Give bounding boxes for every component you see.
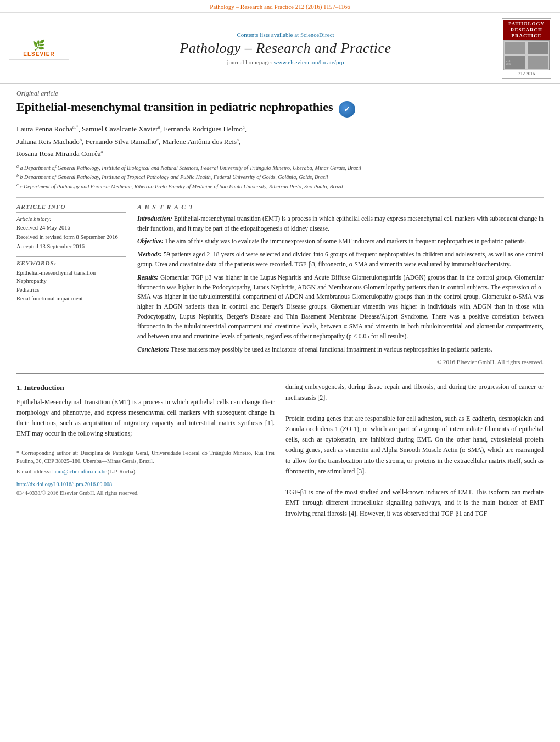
intro-para-2: during embryogenesis, during tissue repa…	[285, 382, 544, 403]
contents-label: Contents lists available at	[237, 31, 299, 38]
history-label: Article history:	[16, 215, 126, 224]
article-title-text: Epithelial-mesenchymal transition in ped…	[16, 100, 333, 114]
journal-logo-right: PATHOLOGYRESEARCHPRACTICE 212 2016 212 2…	[502, 18, 551, 79]
authors-line: Laura Penna Rochaa,*, Samuel Cavalcante …	[16, 123, 544, 159]
abstract-objective: Objective: The aim of this study was to …	[137, 237, 544, 247]
keywords-section: Keywords: Epithelial-mesenchymal transit…	[16, 260, 126, 303]
contents-available-line: Contents lists available at ScienceDirec…	[75, 31, 496, 38]
journal-title: Pathology – Research and Practice	[75, 40, 496, 57]
intro-para-1: Epithelial-Mesenchymal Transition (EMT) …	[16, 397, 275, 439]
homepage-url[interactable]: www.elsevier.com/locate/prp	[273, 59, 344, 65]
tree-icon: 🌿	[33, 40, 45, 50]
accepted-date: Accepted 13 September 2016	[16, 243, 126, 251]
sciencedirect-link[interactable]: ScienceDirect	[300, 31, 334, 38]
keyword-3: Renal functional impairment	[16, 294, 126, 303]
keywords-top-divider	[16, 256, 126, 257]
keywords-title: Keywords:	[16, 260, 126, 266]
keyword-0: Epithelial-mesenchymal transition	[16, 269, 126, 277]
abstract-copyright: © 2016 Elsevier GmbH. All rights reserve…	[137, 359, 544, 365]
main-content-divider	[16, 373, 544, 374]
svg-text:212: 212	[506, 59, 511, 62]
article-info-column: Article info Article history: Received 2…	[16, 203, 126, 366]
abstract-introduction: Introduction: Epithelial-mesenchymal tra…	[137, 214, 544, 234]
revised-date: Received in revised form 8 September 201…	[16, 233, 126, 242]
received-date: Received 24 May 2016	[16, 224, 126, 232]
article-info-abstract: Article info Article history: Received 2…	[16, 203, 544, 366]
svg-rect-4	[528, 56, 548, 69]
abstract-methods: Methods: 59 patients aged 2–18 years old…	[137, 250, 544, 270]
footer-copyright: 0344-0338/© 2016 Elsevier GmbH. All righ…	[16, 489, 275, 498]
intro-heading: 1. Introduction	[16, 382, 275, 394]
crossmark-badge[interactable]	[339, 101, 355, 118]
svg-rect-1	[505, 42, 525, 54]
footnote-corresponding: * Corresponding author at: Disciplina de…	[16, 449, 275, 465]
prp-cover-image: 212 2016	[503, 40, 550, 70]
article-history-section: Article info Article history: Received 2…	[16, 203, 126, 251]
abstract-results: Results: Glomerular TGF-β3 was higher in…	[137, 273, 544, 342]
affiliations: a a Department of General Pathology, Ins…	[16, 163, 544, 192]
article-col-left: 1. Introduction Epithelial-Mesenchymal T…	[16, 382, 275, 518]
prp-issue-text: 212 2016	[503, 71, 550, 77]
elsevier-logo: 🌿 ELSEVIER	[9, 37, 69, 60]
intro-para-3: Protein-coding genes that are responsibl…	[285, 414, 544, 477]
article-type: Original article	[16, 90, 544, 98]
citation-text: Pathology – Research and Practice 212 (2…	[210, 3, 350, 10]
svg-rect-2	[528, 42, 548, 54]
article-history-title: Article info	[16, 203, 126, 210]
abstract-conclusion: Conclusion: These markers may possibly b…	[137, 345, 544, 355]
article-title-row: Epithelial-mesenchymal transition in ped…	[16, 100, 544, 118]
header-divider	[16, 197, 544, 198]
journal-homepage: journal homepage: www.elsevier.com/locat…	[75, 59, 496, 65]
keywords-list: Epithelial-mesenchymal transition Nephro…	[16, 269, 126, 303]
svg-text:2016: 2016	[506, 63, 511, 65]
journal-center: Contents lists available at ScienceDirec…	[75, 31, 496, 65]
elsevier-brand-text: ELSEVIER	[23, 51, 54, 57]
prp-logo-title: PATHOLOGYRESEARCHPRACTICE	[503, 20, 550, 40]
history-divider	[16, 212, 126, 213]
doi-line[interactable]: http://dx.doi.org/10.1016/j.prp.2016.09.…	[16, 480, 275, 489]
journal-header: 🌿 ELSEVIER Contents lists available at S…	[0, 13, 560, 84]
abstract-column: A B S T R A C T Introduction: Epithelial…	[137, 203, 544, 366]
footnote-email: E-mail address: laura@icbm.uftm.edu.br (…	[16, 467, 275, 476]
journal-citation: Pathology – Research and Practice 212 (2…	[0, 0, 560, 13]
article-col-right: during embryogenesis, during tissue repa…	[285, 382, 544, 518]
article-body: Original article Epithelial-mesenchymal …	[0, 84, 560, 529]
section-title: Introduction	[24, 383, 64, 392]
section-number: 1.	[16, 383, 22, 392]
keyword-2: Pediatrics	[16, 286, 126, 294]
footnotes: * Corresponding author at: Disciplina de…	[16, 445, 275, 476]
article-main-content: 1. Introduction Epithelial-Mesenchymal T…	[16, 382, 544, 518]
abstract-title: A B S T R A C T	[137, 203, 544, 211]
keyword-1: Nephropathy	[16, 277, 126, 286]
intro-para-4: TGF-β1 is one of the most studied and we…	[285, 487, 544, 519]
